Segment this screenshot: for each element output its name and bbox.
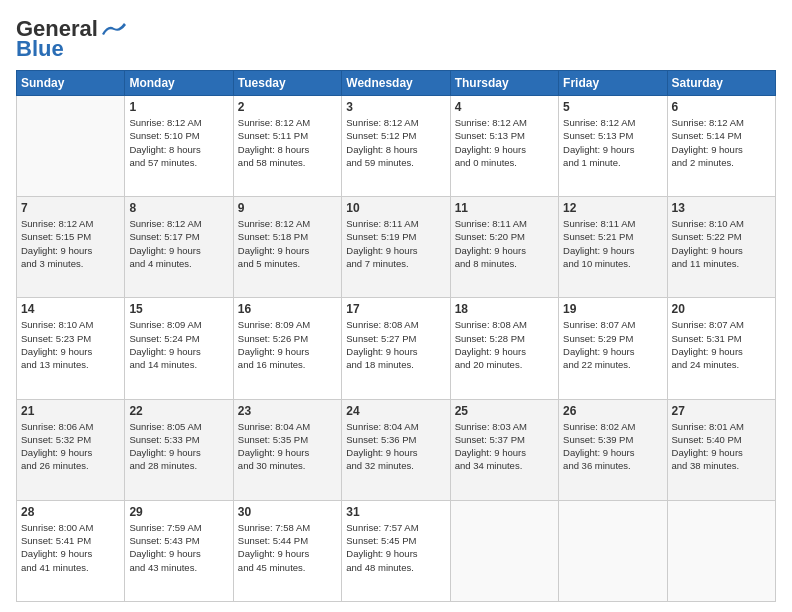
day-info: Sunrise: 8:00 AM Sunset: 5:41 PM Dayligh… [21, 521, 120, 574]
day-info: Sunrise: 8:12 AM Sunset: 5:13 PM Dayligh… [563, 116, 662, 169]
day-info: Sunrise: 8:04 AM Sunset: 5:36 PM Dayligh… [346, 420, 445, 473]
day-number: 25 [455, 404, 554, 418]
calendar: SundayMondayTuesdayWednesdayThursdayFrid… [16, 70, 776, 602]
calendar-cell: 15Sunrise: 8:09 AM Sunset: 5:24 PM Dayli… [125, 298, 233, 399]
calendar-cell: 19Sunrise: 8:07 AM Sunset: 5:29 PM Dayli… [559, 298, 667, 399]
day-info: Sunrise: 8:12 AM Sunset: 5:17 PM Dayligh… [129, 217, 228, 270]
day-info: Sunrise: 8:08 AM Sunset: 5:27 PM Dayligh… [346, 318, 445, 371]
day-number: 17 [346, 302, 445, 316]
calendar-header-row: SundayMondayTuesdayWednesdayThursdayFrid… [17, 71, 776, 96]
day-number: 24 [346, 404, 445, 418]
calendar-week-2: 7Sunrise: 8:12 AM Sunset: 5:15 PM Daylig… [17, 197, 776, 298]
calendar-cell: 2Sunrise: 8:12 AM Sunset: 5:11 PM Daylig… [233, 96, 341, 197]
day-info: Sunrise: 8:11 AM Sunset: 5:20 PM Dayligh… [455, 217, 554, 270]
day-number: 9 [238, 201, 337, 215]
day-info: Sunrise: 8:12 AM Sunset: 5:14 PM Dayligh… [672, 116, 771, 169]
logo-blue: Blue [16, 36, 64, 62]
day-number: 28 [21, 505, 120, 519]
day-number: 14 [21, 302, 120, 316]
calendar-header-saturday: Saturday [667, 71, 775, 96]
day-number: 22 [129, 404, 228, 418]
day-number: 1 [129, 100, 228, 114]
header: General Blue [16, 16, 776, 62]
day-number: 23 [238, 404, 337, 418]
logo: General Blue [16, 16, 128, 62]
day-number: 12 [563, 201, 662, 215]
day-number: 11 [455, 201, 554, 215]
calendar-week-4: 21Sunrise: 8:06 AM Sunset: 5:32 PM Dayli… [17, 399, 776, 500]
day-info: Sunrise: 8:05 AM Sunset: 5:33 PM Dayligh… [129, 420, 228, 473]
day-info: Sunrise: 8:07 AM Sunset: 5:31 PM Dayligh… [672, 318, 771, 371]
calendar-cell: 24Sunrise: 8:04 AM Sunset: 5:36 PM Dayli… [342, 399, 450, 500]
day-info: Sunrise: 7:57 AM Sunset: 5:45 PM Dayligh… [346, 521, 445, 574]
calendar-cell: 17Sunrise: 8:08 AM Sunset: 5:27 PM Dayli… [342, 298, 450, 399]
calendar-cell: 8Sunrise: 8:12 AM Sunset: 5:17 PM Daylig… [125, 197, 233, 298]
calendar-cell: 30Sunrise: 7:58 AM Sunset: 5:44 PM Dayli… [233, 500, 341, 601]
day-info: Sunrise: 8:09 AM Sunset: 5:26 PM Dayligh… [238, 318, 337, 371]
day-number: 19 [563, 302, 662, 316]
day-info: Sunrise: 8:01 AM Sunset: 5:40 PM Dayligh… [672, 420, 771, 473]
day-number: 4 [455, 100, 554, 114]
calendar-header-thursday: Thursday [450, 71, 558, 96]
day-number: 10 [346, 201, 445, 215]
day-info: Sunrise: 8:10 AM Sunset: 5:22 PM Dayligh… [672, 217, 771, 270]
calendar-week-5: 28Sunrise: 8:00 AM Sunset: 5:41 PM Dayli… [17, 500, 776, 601]
day-number: 5 [563, 100, 662, 114]
calendar-cell: 23Sunrise: 8:04 AM Sunset: 5:35 PM Dayli… [233, 399, 341, 500]
day-info: Sunrise: 8:12 AM Sunset: 5:15 PM Dayligh… [21, 217, 120, 270]
calendar-cell: 26Sunrise: 8:02 AM Sunset: 5:39 PM Dayli… [559, 399, 667, 500]
day-number: 15 [129, 302, 228, 316]
calendar-cell: 10Sunrise: 8:11 AM Sunset: 5:19 PM Dayli… [342, 197, 450, 298]
day-number: 16 [238, 302, 337, 316]
day-number: 30 [238, 505, 337, 519]
calendar-week-3: 14Sunrise: 8:10 AM Sunset: 5:23 PM Dayli… [17, 298, 776, 399]
calendar-cell: 29Sunrise: 7:59 AM Sunset: 5:43 PM Dayli… [125, 500, 233, 601]
day-info: Sunrise: 8:11 AM Sunset: 5:19 PM Dayligh… [346, 217, 445, 270]
calendar-cell: 9Sunrise: 8:12 AM Sunset: 5:18 PM Daylig… [233, 197, 341, 298]
day-info: Sunrise: 8:04 AM Sunset: 5:35 PM Dayligh… [238, 420, 337, 473]
calendar-cell: 25Sunrise: 8:03 AM Sunset: 5:37 PM Dayli… [450, 399, 558, 500]
calendar-cell: 1Sunrise: 8:12 AM Sunset: 5:10 PM Daylig… [125, 96, 233, 197]
calendar-cell [559, 500, 667, 601]
calendar-cell [667, 500, 775, 601]
calendar-header-monday: Monday [125, 71, 233, 96]
calendar-cell: 5Sunrise: 8:12 AM Sunset: 5:13 PM Daylig… [559, 96, 667, 197]
day-info: Sunrise: 8:10 AM Sunset: 5:23 PM Dayligh… [21, 318, 120, 371]
calendar-cell: 3Sunrise: 8:12 AM Sunset: 5:12 PM Daylig… [342, 96, 450, 197]
day-number: 31 [346, 505, 445, 519]
day-number: 7 [21, 201, 120, 215]
day-info: Sunrise: 8:06 AM Sunset: 5:32 PM Dayligh… [21, 420, 120, 473]
calendar-cell: 31Sunrise: 7:57 AM Sunset: 5:45 PM Dayli… [342, 500, 450, 601]
calendar-header-tuesday: Tuesday [233, 71, 341, 96]
calendar-cell: 4Sunrise: 8:12 AM Sunset: 5:13 PM Daylig… [450, 96, 558, 197]
calendar-cell [450, 500, 558, 601]
calendar-header-friday: Friday [559, 71, 667, 96]
calendar-cell: 27Sunrise: 8:01 AM Sunset: 5:40 PM Dayli… [667, 399, 775, 500]
day-number: 13 [672, 201, 771, 215]
calendar-cell: 20Sunrise: 8:07 AM Sunset: 5:31 PM Dayli… [667, 298, 775, 399]
day-info: Sunrise: 8:11 AM Sunset: 5:21 PM Dayligh… [563, 217, 662, 270]
page: General Blue SundayMondayTuesdayWednesda… [0, 0, 792, 612]
day-number: 8 [129, 201, 228, 215]
day-number: 29 [129, 505, 228, 519]
calendar-cell: 21Sunrise: 8:06 AM Sunset: 5:32 PM Dayli… [17, 399, 125, 500]
day-number: 6 [672, 100, 771, 114]
calendar-cell [17, 96, 125, 197]
calendar-cell: 11Sunrise: 8:11 AM Sunset: 5:20 PM Dayli… [450, 197, 558, 298]
calendar-header-sunday: Sunday [17, 71, 125, 96]
day-info: Sunrise: 8:12 AM Sunset: 5:11 PM Dayligh… [238, 116, 337, 169]
day-info: Sunrise: 7:58 AM Sunset: 5:44 PM Dayligh… [238, 521, 337, 574]
day-number: 18 [455, 302, 554, 316]
calendar-week-1: 1Sunrise: 8:12 AM Sunset: 5:10 PM Daylig… [17, 96, 776, 197]
calendar-cell: 16Sunrise: 8:09 AM Sunset: 5:26 PM Dayli… [233, 298, 341, 399]
day-info: Sunrise: 8:12 AM Sunset: 5:13 PM Dayligh… [455, 116, 554, 169]
logo-bird-icon [100, 22, 128, 36]
day-info: Sunrise: 8:02 AM Sunset: 5:39 PM Dayligh… [563, 420, 662, 473]
calendar-cell: 18Sunrise: 8:08 AM Sunset: 5:28 PM Dayli… [450, 298, 558, 399]
calendar-cell: 7Sunrise: 8:12 AM Sunset: 5:15 PM Daylig… [17, 197, 125, 298]
day-number: 2 [238, 100, 337, 114]
calendar-cell: 13Sunrise: 8:10 AM Sunset: 5:22 PM Dayli… [667, 197, 775, 298]
day-info: Sunrise: 7:59 AM Sunset: 5:43 PM Dayligh… [129, 521, 228, 574]
day-number: 26 [563, 404, 662, 418]
day-info: Sunrise: 8:12 AM Sunset: 5:18 PM Dayligh… [238, 217, 337, 270]
